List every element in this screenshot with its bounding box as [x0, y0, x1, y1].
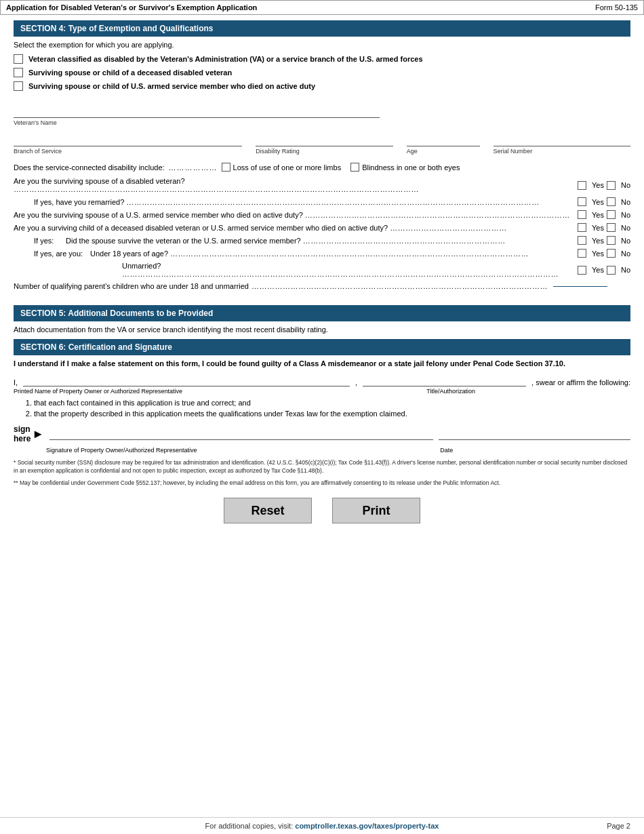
page-number: Page 2: [607, 822, 630, 830]
yn-controls-6: Yes No: [578, 249, 630, 258]
footer-link[interactable]: comptroller.texas.gov/taxes/property-tax: [295, 822, 439, 830]
qualifying-text: Number of qualifying parent's children w…: [14, 282, 249, 290]
q2-no-checkbox[interactable]: [607, 197, 616, 206]
sign-here-block: signhere ►: [14, 424, 630, 444]
checkbox-option-3[interactable]: Surviving spouse or child of U.S. armed …: [14, 81, 630, 91]
yn-controls-5: Yes No: [578, 236, 630, 245]
yn-row-2: If yes, have you remarried? …………………………………: [14, 197, 630, 206]
q5-no-checkbox[interactable]: [607, 236, 616, 245]
q1-no-checkbox[interactable]: [607, 181, 616, 190]
yn-row-7: Unmarried? ………………………………………………………………………………: [14, 262, 630, 278]
yn-controls-1: Yes No: [578, 181, 630, 190]
printed-name-input[interactable]: [23, 374, 350, 386]
checkbox-option-1[interactable]: Veteran classified as disabled by the Ve…: [14, 54, 630, 64]
sig-sub-labels: Signature of Property Owner/Authorized R…: [14, 447, 630, 454]
list-item-2: that the property described in this appl…: [34, 410, 630, 418]
age-label: Age: [407, 148, 480, 155]
veterans-name-label: Veteran's Name: [14, 119, 380, 126]
checkbox-3[interactable]: [14, 81, 23, 91]
serial-number-label: Serial Number: [494, 148, 630, 155]
q2-yes-checkbox[interactable]: [578, 197, 586, 206]
form-title: Application for Disabled Veteran's or Su…: [6, 3, 257, 12]
section5-text: Attach documentation from the VA or serv…: [14, 325, 630, 334]
sub-labels: Printed Name of Property Owner or Author…: [14, 388, 630, 395]
blindness-label: Blindness in one or both eyes: [362, 163, 460, 172]
q1-yes-checkbox[interactable]: [578, 181, 586, 190]
yn-controls-7: Yes No: [578, 266, 630, 275]
yn-controls-4: Yes No: [578, 223, 630, 232]
q4-no-checkbox[interactable]: [607, 223, 616, 232]
section4-header: SECTION 4: Type of Exemption and Qualifi…: [14, 20, 630, 37]
yn-row-4: Are you a surviving child of a deceased …: [14, 223, 630, 232]
serial-number-input[interactable]: [494, 134, 630, 146]
button-row: Reset Print: [14, 498, 630, 523]
yn-controls-3: Yes No: [578, 210, 630, 219]
certification-text: I understand if I make a false statement…: [14, 359, 630, 368]
list-item-1: that each fact contained in this applica…: [34, 399, 630, 407]
q6-no-checkbox[interactable]: [607, 249, 616, 258]
swear-row: I, , , swear or affirm the following:: [14, 374, 630, 386]
section6-header: SECTION 6: Certification and Signature: [14, 339, 630, 355]
limbs-checkbox[interactable]: [222, 163, 230, 172]
disability-rating-input[interactable]: [256, 134, 393, 146]
yn-question-7: Unmarried? ………………………………………………………………………………: [122, 262, 578, 278]
yn-row-6: If yes, are you: Under 18 years of age? …: [14, 249, 630, 258]
qualifying-row: Number of qualifying parent's children w…: [14, 282, 630, 290]
footer-text: For additional copies, visit:: [205, 822, 294, 830]
footnote-1: * Social security number (SSN) disclosur…: [14, 459, 630, 475]
yn-controls-2: Yes No: [578, 197, 630, 206]
qualifying-number-input[interactable]: [553, 286, 607, 287]
disability-question-row: Does the service-connected disability in…: [14, 163, 630, 172]
blindness-checkbox[interactable]: [350, 163, 359, 172]
branch-of-service-label: Branch of Service: [14, 148, 242, 155]
sig-label: Signature of Property Owner/Authorized R…: [46, 447, 426, 454]
q3-yes-checkbox[interactable]: [578, 210, 586, 219]
yn-question-6: If yes, are you: Under 18 years of age? …: [34, 250, 578, 258]
veterans-name-input[interactable]: [14, 106, 380, 118]
footer-bar: For additional copies, visit: comptrolle…: [0, 817, 644, 834]
footnote-2: ** May be confidential under Government …: [14, 479, 630, 488]
form-number: Form 50-135: [595, 3, 638, 12]
limbs-label: Loss of use of one or more limbs: [233, 163, 342, 172]
certification-list: that each fact contained in this applica…: [34, 399, 630, 418]
yn-question-2: If yes, have you remarried? …………………………………: [34, 198, 578, 206]
date-label: Date: [440, 447, 630, 454]
yn-question-4: Are you a surviving child of a deceased …: [14, 224, 578, 232]
yn-row-1: Are you the surviving spouse of a disabl…: [14, 177, 630, 193]
yn-question-1: Are you the surviving spouse of a disabl…: [14, 177, 578, 193]
q5-yes-checkbox[interactable]: [578, 236, 586, 245]
date-input[interactable]: [439, 428, 630, 440]
q6-yes-checkbox[interactable]: [578, 249, 586, 258]
disability-question-text: Does the service-connected disability in…: [14, 163, 165, 172]
title-auth-label: Title/Authorization: [426, 388, 630, 395]
checkbox-1[interactable]: [14, 54, 23, 64]
age-input[interactable]: [407, 134, 480, 146]
swear-prefix: I,: [14, 378, 18, 386]
q7-yes-checkbox[interactable]: [578, 266, 586, 275]
select-exemption-text: Select the exemption for which you are a…: [14, 41, 630, 49]
q4-yes-checkbox[interactable]: [578, 223, 586, 232]
yn-row-5: If yes: Did the spouse survive the veter…: [14, 236, 630, 245]
section5-header: SECTION 5: Additional Documents to be Pr…: [14, 305, 630, 321]
printed-name-label: Printed Name of Property Owner or Author…: [14, 388, 421, 395]
sign-here-text: signhere: [14, 424, 31, 444]
reset-button[interactable]: Reset: [224, 498, 312, 523]
print-button[interactable]: Print: [332, 498, 420, 523]
yn-row-3: Are you the surviving spouse of a U.S. a…: [14, 210, 630, 219]
branch-of-service-input[interactable]: [14, 134, 242, 146]
title-auth-input[interactable]: [363, 374, 526, 386]
q3-no-checkbox[interactable]: [607, 210, 616, 219]
q7-no-checkbox[interactable]: [607, 266, 616, 275]
checkbox-option-2[interactable]: Surviving spouse or child of a deceased …: [14, 68, 630, 77]
checkbox-2[interactable]: [14, 68, 23, 77]
signature-input[interactable]: [49, 428, 433, 440]
yn-question-5: If yes: Did the spouse survive the veter…: [34, 237, 578, 245]
swear-suffix: , swear or affirm the following:: [531, 378, 630, 386]
yn-question-3: Are you the surviving spouse of a U.S. a…: [14, 211, 578, 219]
arrow-icon: ►: [32, 427, 44, 441]
disability-rating-label: Disability Rating: [256, 148, 393, 155]
